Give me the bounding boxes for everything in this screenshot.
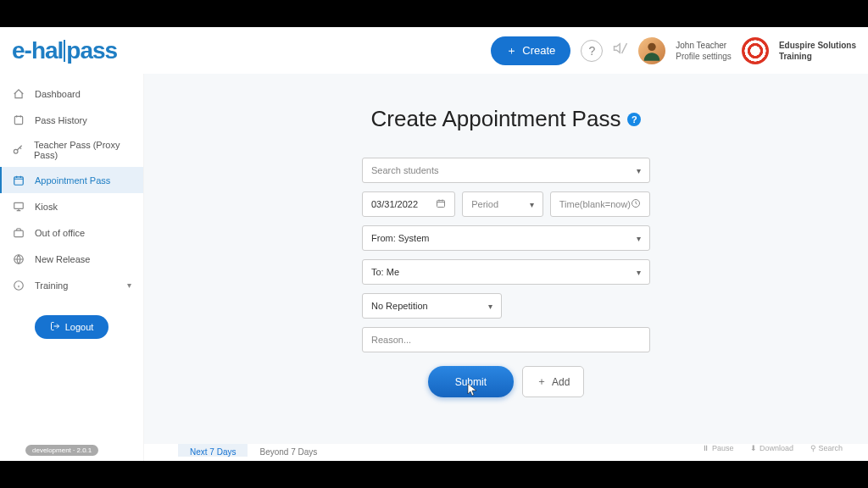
sidebar-label: Out of office	[35, 228, 85, 238]
help-icon[interactable]: ?	[627, 113, 641, 126]
monitor-icon	[12, 200, 25, 213]
history-icon	[12, 114, 25, 126]
sidebar-item-appointment-pass[interactable]: Appointment Pass	[0, 167, 143, 193]
submit-button[interactable]: Submit	[428, 366, 514, 397]
globe-icon	[12, 252, 25, 265]
to-select[interactable]: To: Me ▾	[362, 259, 650, 285]
chevron-down-icon: ▾	[637, 234, 641, 243]
svg-point-3	[14, 149, 18, 153]
create-button[interactable]: ＋ Create	[491, 36, 570, 65]
logout-label: Logout	[65, 322, 94, 332]
sidebar-item-new-release[interactable]: New Release	[0, 246, 143, 272]
page-title: Create Appointment Pass ?	[144, 106, 868, 132]
help-icon[interactable]: ?	[581, 40, 603, 62]
to-value: To: Me	[371, 267, 399, 277]
svg-rect-5	[14, 202, 23, 208]
org-avatar[interactable]	[742, 37, 769, 64]
placeholder-text: Reason...	[371, 335, 411, 345]
calendar-icon	[12, 174, 25, 186]
bottom-tabs: Next 7 Days Beyond 7 Days ⏸ Pause ⬇ Down…	[144, 444, 868, 461]
key-icon	[12, 144, 24, 157]
org-subtitle: Training	[779, 51, 856, 62]
repetition-value: No Repetition	[371, 301, 428, 311]
calendar-icon	[436, 198, 446, 210]
add-label: Add	[552, 376, 570, 388]
repetition-select[interactable]: No Repetition ▾	[362, 293, 502, 319]
main-content: Create Appointment Pass ? Search student…	[144, 74, 868, 461]
from-value: From: System	[371, 233, 429, 243]
sidebar-item-training[interactable]: Training ▾	[0, 272, 143, 298]
sidebar-item-teacher-pass[interactable]: Teacher Pass (Proxy Pass)	[0, 133, 143, 167]
svg-point-1	[648, 42, 656, 50]
tab-next-7-days[interactable]: Next 7 Days	[178, 444, 248, 457]
user-subtitle: Profile settings	[676, 51, 732, 62]
plus-icon: ＋	[506, 43, 517, 58]
svg-rect-2	[14, 116, 22, 124]
briefcase-icon	[12, 226, 25, 239]
download-icon: ⬇	[750, 444, 760, 452]
plus-icon: ＋	[537, 374, 547, 389]
placeholder-text: Search students	[371, 165, 439, 175]
sidebar-label: Kiosk	[35, 202, 58, 212]
download-control[interactable]: ⬇ Download	[750, 444, 793, 452]
clock-icon	[631, 198, 641, 210]
info-icon	[12, 279, 25, 291]
placeholder-text: Period	[471, 199, 498, 209]
pause-control[interactable]: ⏸ Pause	[702, 444, 733, 452]
tab-beyond-7-days[interactable]: Beyond 7 Days	[248, 444, 329, 457]
sidebar-item-kiosk[interactable]: Kiosk	[0, 193, 143, 219]
env-badge: development · 2.0.1	[25, 445, 98, 456]
date-value: 03/31/2022	[371, 199, 418, 209]
org-name: Eduspire Solutions	[779, 40, 856, 51]
chevron-down-icon: ▾	[530, 200, 534, 209]
sidebar-label: Teacher Pass (Proxy Pass)	[34, 140, 131, 160]
sidebar-label: Appointment Pass	[35, 175, 110, 186]
sidebar-item-pass-history[interactable]: Pass History	[0, 107, 143, 133]
logout-button[interactable]: Logout	[35, 315, 109, 339]
sidebar-item-out-of-office[interactable]: Out of office	[0, 219, 143, 246]
chevron-down-icon: ▾	[127, 280, 131, 290]
add-button[interactable]: ＋ Add	[522, 366, 584, 397]
home-icon	[12, 87, 25, 100]
sidebar-item-dashboard[interactable]: Dashboard	[0, 80, 143, 107]
brand-logo[interactable]: e-halpass	[12, 37, 117, 64]
appointment-form: Search students ▾ 03/31/2022 Period ▾ Ti…	[362, 158, 650, 397]
chevron-down-icon: ▾	[637, 268, 641, 277]
mute-icon[interactable]	[613, 41, 628, 60]
sidebar: Dashboard Pass History Teacher Pass (Pro…	[0, 74, 144, 461]
search-students-select[interactable]: Search students ▾	[362, 158, 650, 183]
logout-icon	[50, 321, 60, 333]
chevron-down-icon: ▾	[637, 166, 641, 175]
submit-label: Submit	[455, 376, 487, 388]
user-name: John Teacher	[676, 40, 732, 51]
user-avatar[interactable]	[638, 37, 665, 64]
search-control[interactable]: ⚲ Search	[810, 444, 843, 452]
date-field[interactable]: 03/31/2022	[362, 191, 455, 217]
from-select[interactable]: From: System ▾	[362, 225, 650, 251]
time-field[interactable]: Time(blank=now)	[550, 191, 650, 217]
org-info[interactable]: Eduspire Solutions Training	[779, 40, 856, 62]
placeholder-text: Time(blank=now)	[559, 199, 631, 209]
pause-icon: ⏸	[702, 444, 712, 452]
svg-rect-4	[14, 176, 23, 184]
chevron-down-icon: ▾	[488, 302, 492, 311]
svg-rect-9	[437, 201, 445, 208]
create-button-label: Create	[522, 44, 555, 57]
sidebar-label: Pass History	[35, 115, 87, 125]
user-info[interactable]: John Teacher Profile settings	[676, 40, 732, 62]
sidebar-label: Training	[35, 280, 68, 291]
top-header: e-halpass ＋ Create ? John Teacher Profil…	[0, 27, 868, 74]
period-select[interactable]: Period ▾	[462, 191, 543, 217]
sidebar-label: New Release	[35, 254, 90, 264]
svg-rect-6	[14, 230, 23, 237]
sidebar-label: Dashboard	[35, 89, 81, 99]
reason-field[interactable]: Reason...	[362, 327, 650, 352]
svg-line-0	[622, 43, 627, 53]
